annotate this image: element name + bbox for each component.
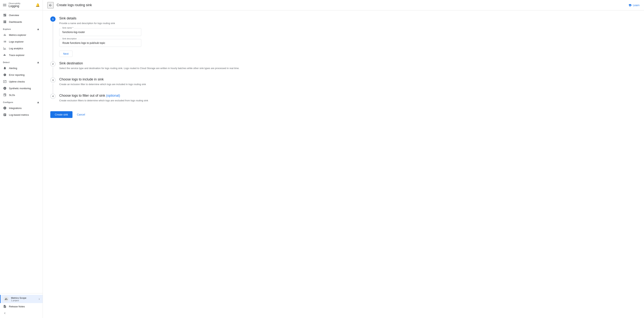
sidebar-item-log-analytics-label: Log analytics [9, 47, 23, 50]
step-2-block: 2 Sink destination Select the service ty… [50, 61, 636, 78]
step-4-number: 4 [50, 94, 56, 99]
release-notes-label: Release Notes [9, 305, 25, 308]
step-4-description: Create exclusion filters to determine wh… [59, 99, 636, 102]
sidebar-item-alerting[interactable]: Alerting [0, 65, 41, 71]
topbar: Create logs routing sink Learn [43, 0, 644, 11]
sidebar-item-dashboards[interactable]: Dashboards [0, 19, 41, 25]
sidebar-item-uptime-checks[interactable]: Uptime checks [0, 78, 41, 85]
release-notes-icon [3, 304, 7, 308]
step-2-number: 2 [50, 61, 56, 67]
sink-name-field: Sink name * [59, 28, 636, 36]
integrations-icon [3, 106, 7, 110]
back-button[interactable] [47, 2, 54, 9]
uptime-checks-icon [3, 80, 7, 83]
sidebar-item-trace-explorer-label: Trace explorer [9, 54, 24, 57]
explore-label: Explore [3, 28, 11, 30]
log-based-metrics-icon [3, 113, 7, 117]
sidebar-header: Observability Logging 🔔 [0, 0, 43, 10]
metrics-scope-item[interactable]: Metrics Scope 1 project › [0, 295, 43, 303]
create-sink-button[interactable]: Create sink [50, 111, 72, 118]
metrics-scope-avatar [4, 296, 9, 301]
sidebar-item-logs-explorer[interactable]: Logs explorer [0, 38, 41, 45]
log-analytics-icon [3, 47, 7, 50]
step-4-title-text: Choose logs to filter out of sink [59, 94, 105, 97]
sidebar-item-slos-label: SLOs [9, 94, 15, 96]
explore-chevron-icon: ▲ [37, 28, 40, 31]
notification-bell-icon[interactable]: 🔔 [36, 3, 40, 7]
detect-section-header[interactable]: Detect ▲ [0, 58, 43, 65]
sidebar-item-log-based-metrics-label: Log-based metrics [9, 113, 29, 116]
sidebar-item-log-analytics[interactable]: Log analytics [0, 45, 41, 52]
synthetic-monitoring-icon [3, 86, 7, 90]
sidebar-item-overview-label: Overview [9, 14, 19, 17]
sidebar-item-dashboards-label: Dashboards [9, 21, 22, 23]
slos-icon [3, 93, 7, 97]
content-area: 1 Sink details Provide a name and descri… [43, 11, 644, 318]
sidebar-item-overview[interactable]: Overview [0, 12, 41, 19]
metrics-scope-title: Metrics Scope [11, 296, 36, 299]
metrics-explorer-icon [3, 33, 7, 37]
step-2-line [53, 67, 53, 78]
collapse-sidebar-item[interactable] [0, 310, 43, 316]
page-title: Create logs routing sink [57, 3, 92, 7]
menu-icon[interactable] [3, 4, 6, 6]
alerting-icon [3, 66, 7, 70]
sidebar-item-log-based-metrics[interactable]: Log-based metrics [0, 111, 41, 118]
sidebar-item-error-reporting-label: Error reporting [9, 74, 24, 76]
step-2-description: Select the service type and destination … [59, 66, 636, 70]
dashboards-icon [3, 20, 7, 24]
next-button[interactable]: Next [59, 51, 72, 57]
configure-chevron-icon: ▲ [37, 101, 40, 104]
sidebar-item-synthetic-monitoring-label: Synthetic monitoring [9, 87, 31, 90]
step-3-number: 3 [50, 77, 56, 83]
sidebar-item-trace-explorer[interactable]: Trace explorer [0, 52, 41, 58]
trace-explorer-icon [3, 53, 7, 57]
sink-description-label: Sink description [62, 38, 78, 40]
sidebar-item-synthetic-monitoring[interactable]: Synthetic monitoring [0, 85, 41, 92]
sink-description-field: Sink description [59, 39, 636, 47]
sidebar-item-metrics-explorer-label: Metrics explorer [9, 34, 26, 36]
step-4-optional-text: (optional) [105, 94, 120, 97]
step-1-block: 1 Sink details Provide a name and descri… [50, 17, 636, 61]
app-name: Observability [8, 2, 20, 5]
learn-button[interactable]: Learn [628, 4, 640, 7]
sidebar-item-alerting-label: Alerting [9, 67, 17, 70]
sidebar-item-logs-explorer-label: Logs explorer [9, 40, 24, 43]
product-name: Logging [8, 5, 20, 8]
sidebar-item-integrations-label: Integrations [9, 107, 22, 109]
step-3-block: 3 Choose logs to include in sink Create … [50, 77, 636, 94]
sidebar-item-uptime-checks-label: Uptime checks [9, 80, 25, 83]
sidebar-item-metrics-explorer[interactable]: Metrics explorer [0, 32, 41, 38]
learn-label: Learn [633, 4, 640, 7]
sidebar: Observability Logging 🔔 Overview Dashboa… [0, 0, 43, 318]
step-3-title: Choose logs to include in sink [59, 77, 636, 81]
collapse-icon [3, 311, 7, 315]
error-reporting-icon [3, 73, 7, 77]
cancel-button[interactable]: Cancel [76, 111, 87, 118]
metrics-scope-arrow-icon: › [39, 297, 40, 301]
configure-label: Configure [3, 101, 13, 103]
step-1-number: 1 [50, 17, 56, 22]
step-2-title: Sink destination [59, 61, 636, 65]
overview-icon [3, 13, 7, 17]
sidebar-item-release-notes[interactable]: Release Notes [0, 303, 43, 310]
sink-name-label: Sink name * [62, 27, 74, 29]
logs-explorer-icon [3, 40, 7, 44]
detect-chevron-icon: ▲ [37, 61, 40, 64]
step-1-line [53, 22, 53, 61]
explore-section-header[interactable]: Explore ▲ [0, 25, 43, 32]
step-3-description: Create an inclusion filter to determine … [59, 82, 636, 86]
sidebar-item-integrations[interactable]: Integrations [0, 105, 41, 111]
action-buttons: Create sink Cancel [50, 111, 636, 118]
main-content: Create logs routing sink Learn 1 Sink de… [43, 0, 644, 318]
sink-description-input[interactable] [59, 39, 141, 47]
step-3-line [53, 83, 53, 94]
sidebar-item-slos[interactable]: SLOs [0, 92, 41, 98]
step-1-description: Provide a name and description for logs … [59, 22, 636, 25]
sidebar-navigation: Overview Dashboards Explore ▲ Metrics ex… [0, 10, 43, 293]
metrics-scope-subtitle: 1 project [11, 299, 36, 301]
step-1-title: Sink details [59, 17, 636, 20]
sidebar-item-error-reporting[interactable]: Error reporting [0, 71, 41, 78]
sink-name-input[interactable] [59, 28, 141, 36]
configure-section-header[interactable]: Configure ▲ [0, 98, 43, 105]
